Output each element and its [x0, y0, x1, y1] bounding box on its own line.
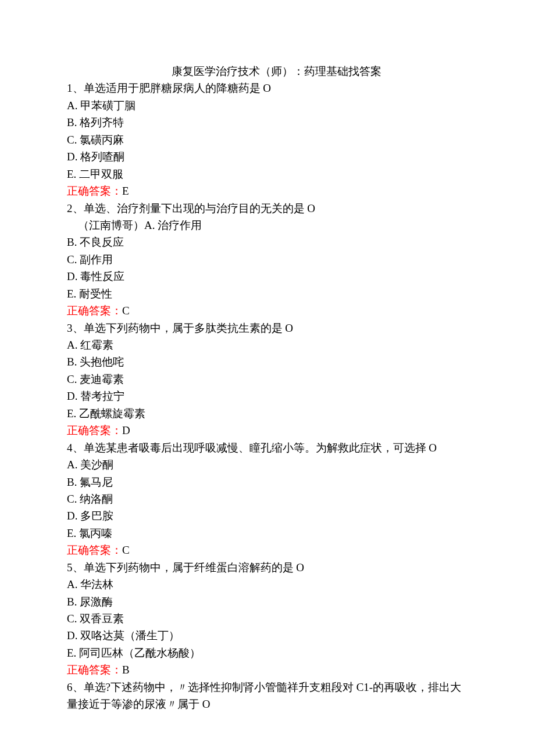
q2-option-d: D. 毒性反应	[67, 268, 468, 285]
q4-option-b: B. 氟马尼	[67, 474, 468, 490]
q5-option-d: D. 双咯达莫（潘生丁）	[67, 627, 468, 644]
q4-answer-value: C	[122, 544, 130, 556]
q1-stem: 1、单选适用于肥胖糖尿病人的降糖药是 O	[67, 80, 468, 96]
q3-answer: 正确答案：D	[67, 422, 468, 439]
q1-option-c: C. 氯磺丙麻	[67, 131, 468, 148]
q3-stem: 3、单选下列药物中，属于多肽类抗生素的是 O	[67, 320, 468, 336]
q5-option-c: C. 双香豆素	[67, 610, 468, 627]
q5-option-e: E. 阿司匹林（乙酰水杨酸）	[67, 644, 468, 661]
q2-answer-value: C	[122, 304, 130, 317]
q2-answer: 正确答案：C	[67, 302, 468, 319]
q3-option-b: B. 头抱他咤	[67, 353, 468, 370]
q4-stem: 4、单选某患者吸毒后出现呼吸减慢、瞳孔缩小等。为解救此症状，可选择 O	[67, 439, 468, 456]
q4-option-e: E. 氯丙嗪	[67, 525, 468, 542]
q5-stem: 5、单选下列药物中，属于纤维蛋白溶解药的是 O	[67, 559, 468, 576]
q5-answer: 正确答案：B	[67, 661, 468, 678]
q5-answer-label: 正确答案：	[67, 664, 122, 676]
q4-option-d: D. 多巴胺	[67, 507, 468, 524]
q5-option-a: A. 华法林	[67, 576, 468, 593]
q2-option-b: B. 不良反应	[67, 234, 468, 250]
q2-answer-label: 正确答案：	[67, 304, 122, 317]
q4-option-c: C. 纳洛酮	[67, 490, 468, 507]
q3-option-a: A. 红霉素	[67, 336, 468, 353]
q2-option-a: （江南博哥）A. 治疗作用	[67, 217, 468, 234]
q3-option-d: D. 替考拉宁	[67, 388, 468, 404]
q3-option-e: E. 乙酰螺旋霉素	[67, 405, 468, 422]
q3-answer-value: D	[122, 424, 130, 436]
q2-option-e: E. 耐受性	[67, 285, 468, 302]
q1-option-a: A. 甲苯磺丁胭	[67, 97, 468, 114]
q1-option-d: D. 格列喳酮	[67, 148, 468, 165]
q1-answer: 正确答案：E	[67, 182, 468, 199]
q2-stem: 2、单选、治疗剂量下出现的与治疗目的无关的是 O	[67, 200, 468, 217]
q2-option-c: C. 副作用	[67, 251, 468, 268]
q4-answer-label: 正确答案：	[67, 544, 122, 556]
q4-answer: 正确答案：C	[67, 542, 468, 558]
q3-option-c: C. 麦迪霉素	[67, 371, 468, 388]
q1-answer-value: E	[122, 185, 129, 197]
q5-answer-value: B	[122, 664, 130, 676]
q1-option-b: B. 格列齐特	[67, 114, 468, 131]
q6-stem: 6、单选?下述药物中，〃选择性抑制肾小管髓祥升支粗段对 C1-的再吸收，排出大量…	[67, 679, 468, 713]
document-title: 康复医学治疗技术（师）：药理基础找答案	[67, 63, 468, 80]
q4-option-a: A. 美沙酮	[67, 456, 468, 473]
q5-option-b: B. 尿激酶	[67, 593, 468, 610]
q1-option-e: E. 二甲双服	[67, 166, 468, 182]
q1-answer-label: 正确答案：	[67, 185, 122, 197]
q3-answer-label: 正确答案：	[67, 424, 122, 436]
